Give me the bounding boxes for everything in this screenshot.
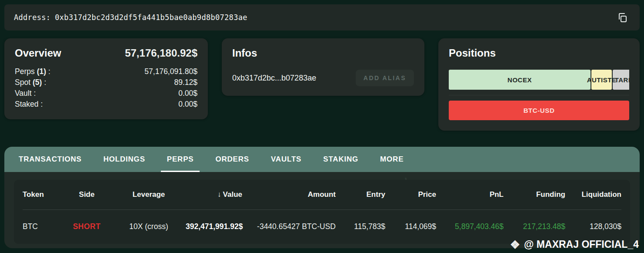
- col-side[interactable]: Side: [62, 190, 112, 199]
- col-funding[interactable]: Funding: [504, 190, 565, 199]
- address-bar: Address: 0xb317d2bc2d3d2df5fa441b5bae0ab…: [4, 4, 640, 30]
- overview-row-vault: Vault: 0.00$: [15, 88, 197, 99]
- tab-orders[interactable]: ORDERS: [204, 147, 260, 172]
- tab-bar: TRANSACTIONS HOLDINGS PERPS ORDERS VAULT…: [4, 147, 640, 172]
- col-token[interactable]: Token: [23, 190, 62, 199]
- overview-card: Overview 57,176,180.92$ Perps(1): 57,176…: [4, 38, 208, 119]
- credit-text: @ MAXRAJ OFFICIAL_4: [524, 239, 639, 250]
- col-pnl[interactable]: PnL: [436, 190, 504, 199]
- infos-card: Infos 0xb317d2bc...b07283ae ADD ALIAS: [222, 38, 424, 96]
- credit-watermark: ❖ @ MAXRAJ OFFICIAL_4: [510, 239, 639, 250]
- tab-perps[interactable]: PERPS: [156, 147, 205, 172]
- col-entry[interactable]: Entry: [336, 190, 385, 199]
- binance-diamond-icon: ❖: [510, 239, 520, 250]
- copy-icon: [617, 12, 627, 23]
- row-value: 57,176,091.80$: [144, 66, 197, 77]
- row-label: Perps(1):: [15, 66, 50, 77]
- address-label: Address:: [14, 13, 50, 22]
- infos-title: Infos: [232, 47, 414, 59]
- overview-title: Overview: [15, 47, 61, 59]
- tab-transactions[interactable]: TRANSACTIONS: [8, 147, 93, 172]
- col-amount[interactable]: Amount: [242, 190, 336, 199]
- add-alias-button[interactable]: ADD ALIAS: [356, 70, 414, 86]
- col-leverage[interactable]: Leverage: [112, 190, 186, 199]
- row-value: 0.00$: [178, 88, 197, 99]
- row-label: Spot(5):: [15, 77, 46, 88]
- group-chip-autiste[interactable]: AUTISTE: [591, 70, 612, 90]
- tab-vaults[interactable]: VAULTS: [260, 147, 312, 172]
- cell-price: 114,069$: [385, 222, 436, 231]
- cell-side: SHORT: [62, 222, 112, 231]
- cell-pnl: 5,897,403.46$: [436, 222, 504, 231]
- address-value: 0xb317d2bc2d3d2df5fa441b5bae0ab9d8b07283…: [55, 13, 247, 22]
- overview-row-staked: Staked: 0.00$: [15, 99, 197, 110]
- position-groups: NOCEX AUTISTE TARD: [449, 70, 629, 90]
- cell-value: 392,471,991.92$: [186, 222, 242, 231]
- row-label: Vault:: [15, 88, 36, 99]
- overview-row-perps: Perps(1): 57,176,091.80$: [15, 66, 197, 77]
- sort-desc-icon: ↓: [217, 190, 221, 199]
- overview-total-value: 57,176,180.92$: [125, 47, 197, 59]
- col-value[interactable]: ↓Value: [186, 190, 242, 199]
- cell-amount: -3440.65427 BTC-USD: [242, 222, 336, 231]
- copy-address-button[interactable]: [614, 10, 630, 25]
- overview-row-spot: Spot(5): 89.12$: [15, 77, 197, 88]
- cell-token: BTC: [23, 222, 62, 231]
- perps-table: Token Side Leverage ↓Value Amount Entry …: [14, 180, 630, 244]
- table-header-row: Token Side Leverage ↓Value Amount Entry …: [23, 180, 621, 210]
- cell-leverage: 10X (cross): [112, 222, 186, 231]
- positions-title: Positions: [449, 47, 629, 59]
- cell-entry: 115,783$: [336, 222, 385, 231]
- cell-liquidation: 128,030$: [565, 222, 621, 231]
- summary-cards: Overview 57,176,180.92$ Perps(1): 57,176…: [4, 38, 640, 131]
- page: Address: 0xb317d2bc2d3d2df5fa441b5bae0ab…: [0, 0, 644, 253]
- short-address: 0xb317d2bc...b07283ae: [232, 74, 316, 83]
- tab-holdings[interactable]: HOLDINGS: [93, 147, 156, 172]
- positions-card: Positions NOCEX AUTISTE TARD BTC-USD: [438, 38, 640, 131]
- row-value: 0.00$: [178, 99, 197, 110]
- cell-funding: 217,213.48$: [504, 222, 565, 231]
- divider: [449, 95, 629, 95]
- col-liquidation[interactable]: Liquidation: [565, 190, 621, 199]
- col-price[interactable]: Price: [385, 190, 436, 199]
- tab-more[interactable]: MORE: [369, 147, 414, 172]
- row-label: Staked:: [15, 99, 43, 110]
- position-pair-button[interactable]: BTC-USD: [449, 101, 629, 120]
- tab-staking[interactable]: STAKING: [312, 147, 369, 172]
- row-value: 89.12$: [174, 77, 197, 88]
- group-chip-nocex[interactable]: NOCEX: [449, 70, 591, 90]
- details-panel: TRANSACTIONS HOLDINGS PERPS ORDERS VAULT…: [4, 147, 640, 248]
